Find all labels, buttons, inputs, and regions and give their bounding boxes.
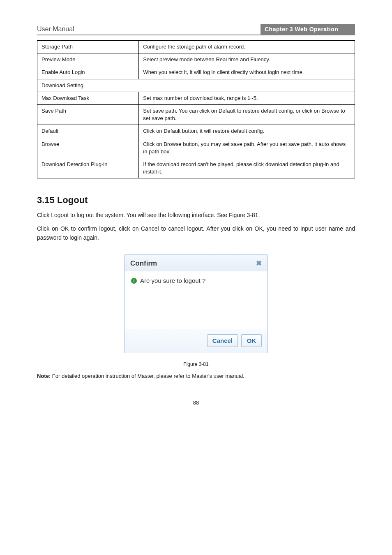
table-cell-value: Select preview mode between Real time an… — [139, 53, 355, 66]
table-cell-label: Enable Auto Login — [37, 66, 139, 79]
table-cell-label: Storage Path — [37, 41, 139, 53]
table-cell-value: Configure the storage path of alarm reco… — [139, 41, 355, 53]
section-para-2: Click on OK to confirm logout, click on … — [37, 224, 355, 243]
section-para-1: Click Logout to log out the system. You … — [37, 210, 355, 220]
page-header: User Manual Chapter 3 Web Operation — [37, 25, 355, 35]
section-heading: 3.15 Logout — [37, 195, 355, 206]
table-cell-value: If the download record can't be played, … — [139, 158, 355, 178]
table-cell-value: Click on Default button, it will restore… — [139, 125, 355, 138]
table-cell-label: Save Path — [37, 104, 139, 125]
table-row: DefaultClick on Default button, it will … — [37, 125, 355, 138]
table-cell-label: Browse — [37, 138, 139, 158]
table-row: Download Detection Plug-inIf the downloa… — [37, 158, 355, 178]
table-cell-label: Default — [37, 125, 139, 138]
note-label: Note: — [37, 373, 51, 379]
table-row: Preview ModeSelect preview mode between … — [37, 53, 355, 66]
info-icon: i — [131, 278, 137, 284]
dialog-message: Are you sure to logout ? — [140, 277, 205, 284]
table-row: Save PathSet save path. You can click on… — [37, 104, 355, 125]
note-body: For detailed operation instruction of Ma… — [52, 373, 244, 379]
table-cell-value: Set save path. You can click on Default … — [139, 104, 355, 125]
dialog-title-text: Confirm — [130, 259, 157, 268]
header-chapter: Chapter 3 Web Operation — [261, 24, 355, 35]
table-cell-value: Click on Browse button, you may set save… — [139, 138, 355, 158]
header-left: User Manual — [37, 25, 74, 33]
table-row: Max Download TaskSet max number of downl… — [37, 92, 355, 104]
table-row: Enable Auto LoginWhen you select it, it … — [37, 66, 355, 79]
table-section-header: Download Setting — [37, 79, 355, 92]
settings-table: Storage PathConfigure the storage path o… — [37, 40, 355, 178]
table-row: Download Setting — [37, 79, 355, 92]
table-cell-value: When you select it, it will log in clien… — [139, 66, 355, 79]
table-cell-label: Max Download Task — [37, 92, 139, 104]
confirm-dialog: Confirm ✖ i Are you sure to logout ? Can… — [124, 254, 268, 353]
dialog-figure: Confirm ✖ i Are you sure to logout ? Can… — [37, 254, 355, 353]
table-cell-label: Download Detection Plug-in — [37, 158, 139, 178]
table-cell-value: Set max number of download task, range i… — [139, 92, 355, 104]
note: Note: For detailed operation instruction… — [37, 373, 355, 379]
page-number: 88 — [37, 400, 355, 406]
dialog-body: i Are you sure to logout ? — [125, 271, 267, 329]
table-row: BrowseClick on Browse button, you may se… — [37, 138, 355, 158]
dialog-footer: Cancel OK — [125, 329, 267, 353]
close-icon[interactable]: ✖ — [256, 259, 262, 268]
cancel-button[interactable]: Cancel — [207, 334, 238, 347]
figure-caption: Figure 3-81 — [37, 361, 355, 367]
table-cell-label: Preview Mode — [37, 53, 139, 66]
dialog-titlebar: Confirm ✖ — [125, 255, 267, 271]
ok-button[interactable]: OK — [241, 334, 262, 347]
table-row: Storage PathConfigure the storage path o… — [37, 41, 355, 53]
